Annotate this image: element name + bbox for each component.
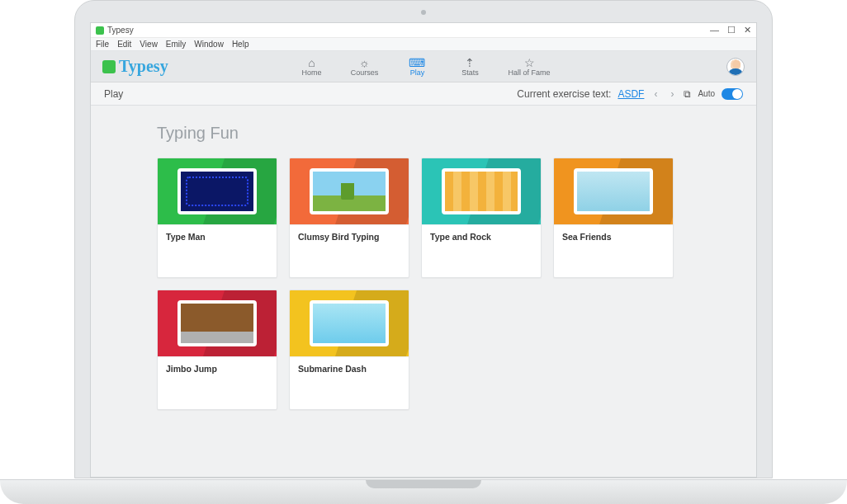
laptop-notch — [366, 480, 481, 488]
brand-text: Typesy — [119, 57, 168, 76]
nav-home-label: Home — [301, 68, 321, 77]
menu-help[interactable]: Help — [232, 40, 249, 49]
page-title: Play — [104, 88, 123, 100]
laptop-camera — [421, 10, 426, 15]
game-thumb-wrap — [554, 158, 673, 224]
game-title: Type Man — [158, 224, 277, 277]
game-thumb-wrap — [158, 290, 277, 356]
laptop-lid: Typesy — ☐ ✕ File Edit View Emily Window… — [74, 0, 773, 478]
game-thumb — [310, 300, 389, 346]
subheader: Play Current exercise text: ASDF ‹ › ⧉ A… — [91, 82, 756, 106]
keyboard-icon: ⌨ — [409, 57, 425, 68]
game-title: Submarine Dash — [290, 356, 409, 409]
brand-mark-icon — [102, 60, 116, 73]
game-thumb — [310, 168, 389, 214]
star-icon: ☆ — [524, 57, 535, 68]
window-titlebar: Typesy — ☐ ✕ — [91, 23, 756, 38]
nav-stats-label: Stats — [461, 68, 479, 77]
home-icon: ⌂ — [308, 57, 315, 68]
laptop-frame: Typesy — ☐ ✕ File Edit View Emily Window… — [0, 0, 847, 504]
chart-icon: ⇡ — [465, 57, 475, 68]
nav-courses-label: Courses — [351, 68, 379, 77]
nav-stats[interactable]: ⇡ Stats — [455, 51, 485, 82]
exercise-label: Current exercise text: — [517, 88, 611, 100]
user-avatar[interactable] — [726, 58, 745, 76]
game-title: Sea Friends — [554, 224, 673, 277]
app-window: Typesy — ☐ ✕ File Edit View Emily Window… — [90, 22, 757, 478]
window-title: Typesy — [107, 26, 134, 35]
menubar: File Edit View Emily Window Help — [91, 38, 756, 51]
game-thumb — [177, 300, 257, 346]
menu-window[interactable]: Window — [194, 40, 224, 49]
auto-toggle[interactable] — [722, 88, 743, 100]
lightbulb-icon: ☼ — [359, 57, 370, 68]
close-button[interactable]: ✕ — [744, 25, 751, 35]
game-card-type-man[interactable]: Type Man — [157, 158, 277, 278]
maximize-button[interactable]: ☐ — [727, 25, 736, 35]
exercise-link[interactable]: ASDF — [618, 88, 644, 100]
brand-logo[interactable]: Typesy — [102, 57, 168, 76]
menu-emily[interactable]: Emily — [166, 40, 186, 49]
game-thumb — [574, 168, 653, 214]
menu-view[interactable]: View — [140, 40, 158, 49]
titlebar-left: Typesy — [96, 26, 134, 35]
minimize-button[interactable]: — — [710, 25, 719, 35]
nav-halloffame[interactable]: ☆ Hall of Fame — [508, 51, 550, 82]
nav-halloffame-label: Hall of Fame — [508, 68, 550, 77]
next-exercise-button[interactable]: › — [667, 88, 677, 100]
menu-edit[interactable]: Edit — [117, 40, 131, 49]
nav-items: ⌂ Home ☼ Courses ⌨ Play ⇡ Stats — [296, 51, 550, 82]
section-title: Typing Fun — [157, 124, 690, 143]
game-thumb-wrap — [422, 158, 541, 224]
nav-home[interactable]: ⌂ Home — [296, 51, 326, 82]
game-thumb — [177, 168, 257, 214]
window-controls: — ☐ ✕ — [710, 25, 751, 35]
game-title: Clumsy Bird Typing — [290, 224, 409, 277]
laptop-base — [0, 479, 847, 504]
app-icon — [96, 26, 104, 35]
top-nav: Typesy ⌂ Home ☼ Courses ⌨ Play — [91, 51, 756, 82]
nav-play-label: Play — [410, 68, 425, 77]
game-card-clumsy-bird[interactable]: Clumsy Bird Typing — [289, 158, 409, 278]
game-title: Jimbo Jump — [158, 356, 277, 409]
nav-courses[interactable]: ☼ Courses — [349, 51, 379, 82]
content-area: Typing Fun Type Man Clumsy Bird Typing — [91, 106, 756, 477]
game-card-sea-friends[interactable]: Sea Friends — [553, 158, 674, 278]
game-card-type-and-rock[interactable]: Type and Rock — [421, 158, 542, 278]
game-card-submarine-dash[interactable]: Submarine Dash — [289, 290, 409, 410]
game-card-jimbo-jump[interactable]: Jimbo Jump — [157, 290, 277, 410]
menu-file[interactable]: File — [96, 40, 109, 49]
auto-label: Auto — [698, 89, 715, 98]
game-grid: Type Man Clumsy Bird Typing Type and Roc… — [157, 158, 690, 410]
prev-exercise-button[interactable]: ‹ — [651, 88, 660, 100]
game-thumb-wrap — [290, 158, 409, 224]
game-thumb-wrap — [158, 158, 277, 224]
add-exercise-icon[interactable]: ⧉ — [684, 88, 691, 100]
nav-play[interactable]: ⌨ Play — [402, 51, 432, 82]
game-thumb-wrap — [290, 290, 409, 356]
game-thumb — [442, 168, 521, 214]
game-title: Type and Rock — [422, 224, 541, 277]
